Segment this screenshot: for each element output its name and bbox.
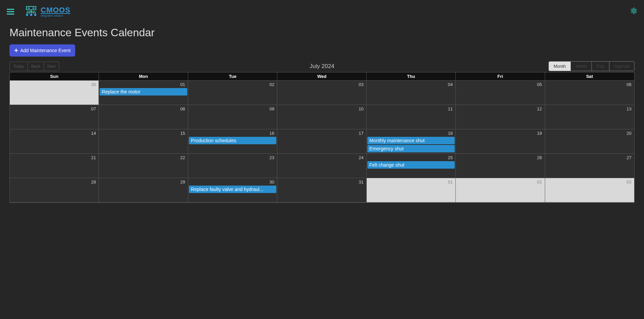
day-number: 03	[627, 179, 631, 185]
day-number: 11	[448, 106, 453, 111]
calendar-grid: SunMonTueWedThuFriSat 3001Replace the mo…	[9, 72, 635, 203]
calendar-cell[interactable]: 24	[277, 154, 366, 178]
next-button[interactable]: Next	[44, 62, 59, 71]
calendar-cell[interactable]: 28	[10, 178, 99, 203]
day-number: 31	[359, 179, 363, 185]
add-maintenance-event-button[interactable]: + Add Maintenance Event	[9, 44, 75, 57]
calendar-event[interactable]: Replace faulty valve and hydraul...	[189, 186, 276, 193]
calendar-cell[interactable]: 11	[367, 105, 456, 129]
day-number: 10	[359, 106, 363, 111]
calendar-cell[interactable]: 05	[456, 81, 545, 105]
logo-icon	[24, 6, 38, 18]
day-number: 18	[448, 131, 453, 136]
calendar-cell[interactable]: 31	[277, 178, 366, 203]
day-number: 27	[627, 155, 631, 160]
svg-rect-2	[33, 7, 35, 9]
calendar-cell[interactable]: 02	[188, 81, 277, 105]
day-number: 03	[359, 82, 363, 87]
calendar-cell[interactable]: 26	[456, 154, 545, 178]
day-number: 02	[270, 82, 274, 87]
calendar-cell[interactable]: 29	[99, 178, 188, 203]
calendar-event[interactable]: Production schedules	[189, 137, 276, 144]
current-month-label: July 2024	[310, 63, 335, 70]
calendar-cell[interactable]: 17	[277, 129, 366, 154]
day-number: 06	[627, 82, 631, 87]
calendar-cell[interactable]: 25Felt change shut	[367, 154, 456, 178]
logo-text: CMOOS	[41, 6, 70, 14]
calendar-event[interactable]: Monthly maintenance shut	[367, 137, 455, 144]
day-number: 01	[448, 179, 453, 185]
svg-rect-10	[26, 14, 28, 16]
add-button-label: Add Maintenance Event	[20, 48, 71, 53]
calendar-cell[interactable]: 30Replace faulty valve and hydraul...	[188, 178, 277, 203]
day-number: 05	[537, 82, 542, 87]
day-number: 23	[270, 155, 274, 160]
view-month-button[interactable]: Month	[549, 62, 571, 71]
day-header: Sun	[10, 72, 99, 80]
view-agenda-button[interactable]: Agenda	[609, 62, 634, 71]
day-number: 12	[537, 106, 542, 111]
day-header: Thu	[367, 72, 456, 80]
day-number: 13	[627, 106, 631, 111]
calendar-cell[interactable]: 03	[277, 81, 366, 105]
day-number: 01	[180, 82, 185, 87]
calendar-cell[interactable]: 19	[456, 129, 545, 154]
day-number: 15	[180, 131, 185, 136]
day-header: Wed	[277, 72, 366, 80]
calendar-view-switcher: Month Week Day Agenda	[549, 61, 635, 71]
day-number: 24	[359, 155, 363, 160]
day-header: Sat	[545, 72, 634, 80]
day-number: 08	[180, 106, 185, 111]
day-number: 02	[537, 179, 542, 185]
view-day-button[interactable]: Day	[592, 62, 609, 71]
calendar-cell[interactable]: 22	[99, 154, 188, 178]
day-number: 22	[180, 155, 185, 160]
calendar-nav-buttons: Today Back Next	[9, 62, 59, 71]
day-header: Fri	[456, 72, 545, 80]
calendar-cell[interactable]: 21	[10, 154, 99, 178]
settings-button[interactable]	[629, 7, 637, 16]
day-number: 30	[91, 82, 96, 87]
calendar-cell[interactable]: 09	[188, 105, 277, 129]
calendar-cell[interactable]: 20	[545, 129, 634, 154]
calendar-cell[interactable]: 01Replace the motor	[99, 81, 188, 105]
calendar-cell[interactable]: 03	[545, 178, 634, 203]
logo-subtitle: Integrated solution	[41, 15, 70, 17]
view-week-button[interactable]: Week	[571, 62, 592, 71]
calendar-cell[interactable]: 30	[10, 81, 99, 105]
calendar-cell[interactable]: 15	[99, 129, 188, 154]
today-button[interactable]: Today	[10, 62, 28, 71]
day-number: 04	[448, 82, 453, 87]
logo[interactable]: CMOOS Integrated solution	[24, 6, 70, 18]
calendar-cell[interactable]: 04	[367, 81, 456, 105]
calendar-cell[interactable]: 12	[456, 105, 545, 129]
calendar-cell[interactable]: 02	[456, 178, 545, 203]
calendar-cell[interactable]: 01	[367, 178, 456, 203]
day-number: 25	[448, 155, 453, 160]
calendar-cell[interactable]: 16Production schedules	[188, 129, 277, 154]
day-number: 09	[270, 106, 274, 111]
calendar-event[interactable]: Felt change shut	[367, 161, 455, 169]
app-header: CMOOS Integrated solution	[0, 0, 644, 24]
day-number: 17	[359, 131, 363, 136]
calendar-cell[interactable]: 13	[545, 105, 634, 129]
calendar-cell[interactable]: 06	[545, 81, 634, 105]
day-number: 20	[627, 131, 631, 136]
calendar-cell[interactable]: 27	[545, 154, 634, 178]
day-number: 28	[91, 179, 96, 185]
calendar-cell[interactable]: 18Monthly maintenance shutEmergency shut	[367, 129, 456, 154]
day-header: Mon	[99, 72, 188, 80]
calendar-event[interactable]: Replace the motor	[100, 88, 187, 95]
calendar-cell[interactable]: 10	[277, 105, 366, 129]
day-number: 16	[270, 131, 274, 136]
calendar-cell[interactable]: 08	[99, 105, 188, 129]
calendar-cell[interactable]: 14	[10, 129, 99, 154]
back-button[interactable]: Back	[28, 62, 44, 71]
day-number: 07	[91, 106, 96, 111]
menu-toggle-button[interactable]	[7, 9, 14, 15]
day-number: 30	[270, 179, 274, 185]
svg-rect-11	[30, 14, 32, 16]
calendar-event[interactable]: Emergency shut	[367, 145, 455, 152]
calendar-cell[interactable]: 23	[188, 154, 277, 178]
calendar-cell[interactable]: 07	[10, 105, 99, 129]
